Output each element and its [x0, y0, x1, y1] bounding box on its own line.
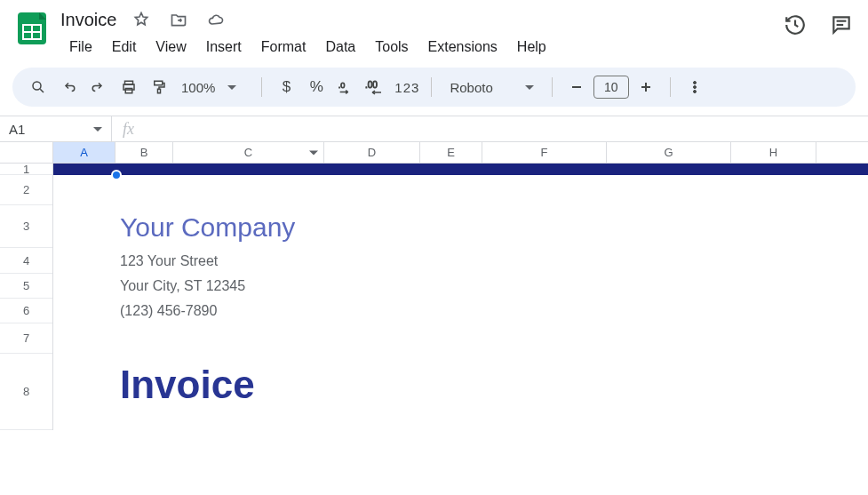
menu-edit[interactable]: Edit — [103, 36, 146, 59]
company-street: 123 Your Street — [120, 253, 218, 269]
menu-extensions[interactable]: Extensions — [419, 36, 506, 59]
row-header-3[interactable]: 3 — [0, 205, 52, 248]
column-dropdown-icon[interactable] — [309, 150, 318, 155]
column-header-B[interactable]: B — [115, 142, 173, 163]
fx-icon: fx — [112, 120, 145, 139]
row-header-2[interactable]: 2 — [0, 175, 52, 205]
star-icon[interactable] — [129, 7, 154, 32]
format-currency-button[interactable]: $ — [273, 74, 299, 100]
row-header-7[interactable]: 7 — [0, 323, 52, 354]
more-toolbar-icon[interactable] — [681, 74, 708, 100]
decrease-fontsize-icon[interactable] — [563, 74, 590, 100]
menu-bar: File Edit View Insert Format Data Tools … — [60, 34, 555, 60]
spreadsheet-grid: ABCDEFGH 12345678 Your Company 123 Your … — [0, 142, 868, 430]
separator — [670, 77, 671, 97]
undo-icon[interactable] — [55, 74, 82, 100]
svg-rect-11 — [155, 81, 163, 85]
menu-insert[interactable]: Insert — [197, 36, 251, 59]
decrease-decimal-icon[interactable]: .0 — [333, 74, 360, 100]
column-header-F[interactable]: F — [482, 142, 607, 163]
move-folder-icon[interactable] — [166, 7, 191, 32]
column-header-C[interactable]: C — [173, 142, 324, 163]
cloud-status-icon[interactable] — [203, 7, 228, 32]
chevron-down-icon — [93, 127, 102, 132]
column-header-E[interactable]: E — [420, 142, 482, 163]
company-phone: (123) 456-7890 — [120, 303, 217, 319]
format-percent-button[interactable]: % — [303, 74, 330, 100]
column-header-H[interactable]: H — [731, 142, 816, 163]
chevron-down-icon — [525, 85, 534, 90]
svg-text:.0: .0 — [338, 81, 346, 90]
menu-help[interactable]: Help — [508, 36, 555, 59]
doc-title[interactable]: Invoice — [60, 10, 116, 30]
row-header-4[interactable]: 4 — [0, 248, 52, 274]
zoom-dropdown-icon[interactable] — [219, 74, 245, 100]
more-formats-button[interactable]: 123 — [394, 74, 420, 100]
selection-handle-icon[interactable] — [111, 170, 122, 180]
column-header-D[interactable]: D — [324, 142, 420, 163]
row-header-5[interactable]: 5 — [0, 274, 52, 299]
column-header-G[interactable]: G — [607, 142, 731, 163]
toolbar: 100% $ % .0 .00 123 Roboto 10 — [12, 68, 856, 107]
history-icon[interactable] — [783, 12, 808, 37]
font-selector[interactable]: Roboto — [442, 80, 540, 95]
search-icon[interactable] — [25, 74, 52, 100]
invoice-heading: Invoice — [120, 363, 255, 407]
menu-view[interactable]: View — [147, 36, 195, 59]
menu-file[interactable]: File — [60, 36, 101, 59]
select-all-corner[interactable] — [0, 142, 53, 163]
svg-rect-12 — [158, 89, 161, 93]
comments-icon[interactable] — [829, 12, 854, 37]
name-box[interactable]: A1 — [0, 116, 112, 141]
menu-data[interactable]: Data — [316, 36, 364, 59]
row-header-8[interactable]: 8 — [0, 354, 52, 430]
sheets-logo-icon[interactable] — [14, 11, 50, 46]
cells-area[interactable]: Your Company 123 Your Street Your City, … — [53, 164, 868, 430]
svg-point-20 — [693, 91, 696, 93]
company-name: Your Company — [120, 212, 295, 243]
separator — [552, 77, 553, 97]
svg-text:.00: .00 — [365, 80, 378, 90]
separator — [261, 77, 262, 97]
doc-bar: Invoice File Edit View Insert Format Dat… — [0, 0, 868, 60]
column-header-A[interactable]: A — [53, 142, 115, 163]
separator — [431, 77, 432, 97]
row-header-1[interactable]: 1 — [0, 164, 52, 175]
svg-line-7 — [40, 89, 44, 92]
zoom-level[interactable]: 100% — [181, 80, 215, 95]
name-box-value: A1 — [9, 122, 93, 137]
font-size-input[interactable]: 10 — [593, 76, 629, 99]
increase-decimal-icon[interactable]: .00 — [363, 74, 390, 100]
redo-icon[interactable] — [85, 74, 112, 100]
svg-point-19 — [693, 86, 696, 89]
company-city: Your City, ST 12345 — [120, 278, 245, 294]
paint-format-icon[interactable] — [146, 74, 172, 100]
svg-point-18 — [693, 82, 696, 84]
menu-tools[interactable]: Tools — [366, 36, 417, 59]
menu-format[interactable]: Format — [252, 36, 315, 59]
formula-bar: A1 fx — [0, 116, 868, 142]
svg-point-6 — [33, 82, 41, 90]
font-name: Roboto — [450, 80, 492, 95]
increase-fontsize-icon[interactable] — [633, 74, 659, 100]
print-icon[interactable] — [115, 74, 142, 100]
header-band — [53, 164, 868, 175]
row-header-6[interactable]: 6 — [0, 299, 52, 323]
